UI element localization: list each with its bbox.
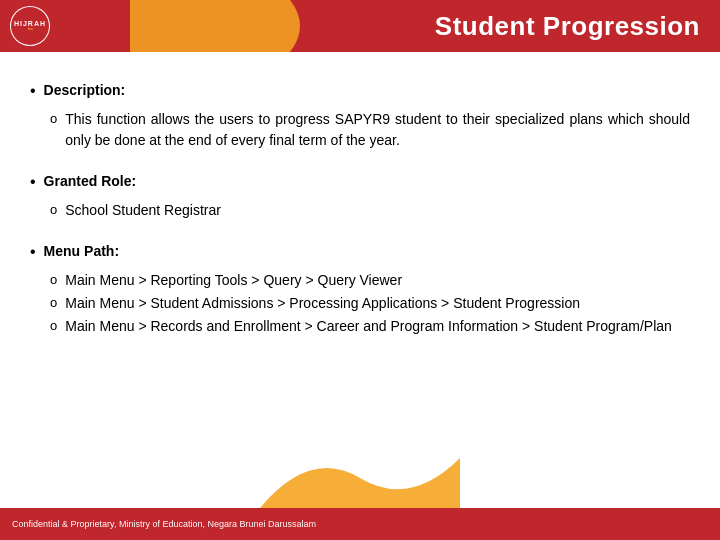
bullet-dot-granted-role: • [30,171,36,193]
page-title: Student Progression [435,11,700,42]
menu-path-item-2: o Main Menu > Student Admissions > Proce… [50,293,690,314]
menu-path-list: o Main Menu > Reporting Tools > Query > … [50,270,690,337]
menu-path-label: Menu Path: [44,241,119,262]
footer-text: Confidential & Proprietary, Ministry of … [12,519,316,529]
footer: Confidential & Proprietary, Ministry of … [0,508,720,540]
description-list: o This function allows the users to prog… [50,109,690,151]
header-wave-decoration [130,0,330,52]
description-item-1: o This function allows the users to prog… [50,109,690,151]
granted-role-label: Granted Role: [44,171,137,192]
granted-role-item-1: o School Student Registrar [50,200,690,221]
bullet-dot-menu-path: • [30,241,36,263]
description-section: • Description: o This function allows th… [30,80,690,151]
sub-bullet-o-3: o [50,270,57,291]
menu-path-section: • Menu Path: o Main Menu > Reporting Too… [30,241,690,337]
menu-path-text-3: Main Menu > Records and Enrollment > Car… [65,316,672,337]
logo-brand-text: HIJRAH [14,20,46,27]
sub-bullet-o-5: o [50,316,57,337]
menu-path-text-1: Main Menu > Reporting Tools > Query > Qu… [65,270,402,291]
menu-path-header-item: • Menu Path: [30,241,690,266]
menu-path-item-1: o Main Menu > Reporting Tools > Query > … [50,270,690,291]
logo-tm: ™ [27,27,33,33]
logo-circle: HIJRAH ™ [10,6,50,46]
bullet-dot-description: • [30,80,36,102]
sub-bullet-o-1: o [50,109,57,130]
main-content: • Description: o This function allows th… [0,52,720,377]
header-title-area: Student Progression [435,0,720,52]
menu-path-text-2: Main Menu > Student Admissions > Process… [65,293,580,314]
sub-bullet-o-4: o [50,293,57,314]
header: HIJRAH ™ Student Progression [0,0,720,52]
sub-bullet-o-2: o [50,200,57,221]
granted-role-header-item: • Granted Role: [30,171,690,196]
granted-role-text-1: School Student Registrar [65,200,221,221]
description-label: Description: [44,80,126,101]
granted-role-list: o School Student Registrar [50,200,690,221]
logo-area: HIJRAH ™ [0,6,56,46]
granted-role-section: • Granted Role: o School Student Registr… [30,171,690,221]
description-header-item: • Description: [30,80,690,105]
bottom-wave-decoration [0,448,720,508]
menu-path-item-3: o Main Menu > Records and Enrollment > C… [50,316,690,337]
description-text-1: This function allows the users to progre… [65,109,690,151]
